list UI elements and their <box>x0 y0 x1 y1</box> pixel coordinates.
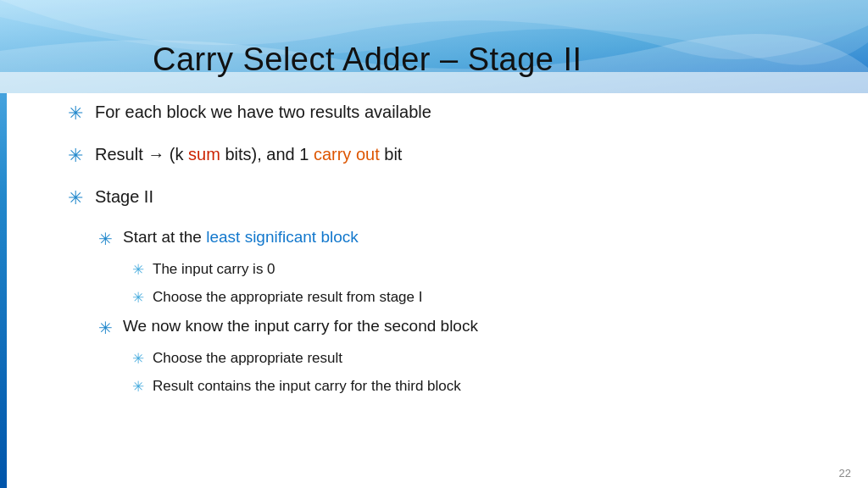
bullet-3-text: Stage II <box>95 185 153 208</box>
bullet-2-suffix: bit <box>380 145 403 164</box>
bullet-3-1-2: ✳ Choose the appropriate result from sta… <box>132 287 834 308</box>
bullet-3-2-2-star: ✳ <box>132 377 144 397</box>
bullet-3-star: ✳ <box>68 186 83 212</box>
bullet-3-1-2-text: Choose the appropriate result from stage… <box>153 287 422 308</box>
slide-title: Carry Select Adder – Stage II <box>153 42 582 78</box>
bullet-3-2-1-text: Choose the appropriate result <box>153 348 342 369</box>
bullet-3-2: ✳ We now know the input carry for the se… <box>98 315 834 340</box>
bullet-3-1-1-text: The input carry is 0 <box>153 259 275 280</box>
bullet-3-1-text: Start at the least significant block <box>123 226 359 249</box>
content-area: ✳ For each block we have two results ava… <box>68 100 834 463</box>
bullet-2-middle: bits), and 1 <box>220 145 314 164</box>
bullet-3: ✳ Stage II <box>68 185 834 212</box>
bullet-3-1-1-star: ✳ <box>132 260 144 280</box>
bullet-3-1-prefix: Start at the <box>123 228 206 246</box>
bullet-2-carry: carry out <box>314 145 380 164</box>
bullet-3-2-star: ✳ <box>98 316 113 340</box>
bullet-3-2-text: We now know the input carry for the seco… <box>123 315 478 338</box>
bullet-3-2-2: ✳ Result contains the input carry for th… <box>132 376 834 397</box>
bullet-1-text: For each block we have two results avail… <box>95 100 431 124</box>
bullet-2-text: Result → (k sum bits), and 1 carry out b… <box>95 142 402 166</box>
bullet-3-1-1: ✳ The input carry is 0 <box>132 259 834 280</box>
slide: Carry Select Adder – Stage II ✳ For each… <box>0 0 868 488</box>
bullet-3-1-star: ✳ <box>98 227 113 251</box>
bullet-2-sum: sum <box>188 145 220 164</box>
bullet-3-1: ✳ Start at the least significant block <box>98 226 834 251</box>
bullet-1: ✳ For each block we have two results ava… <box>68 100 834 127</box>
bullet-3-2-1-star: ✳ <box>132 349 144 369</box>
bullet-3-2-2-text: Result contains the input carry for the … <box>153 376 461 396</box>
bullet-1-star: ✳ <box>68 101 83 127</box>
bullet-2-star: ✳ <box>68 143 83 169</box>
header: Carry Select Adder – Stage II <box>0 0 868 93</box>
bullet-3-2-1: ✳ Choose the appropriate result <box>132 348 834 369</box>
bullet-2-prefix: Result → (k <box>95 145 188 164</box>
bullet-3-1-highlight: least significant block <box>206 228 359 246</box>
bullet-3-1-2-star: ✳ <box>132 288 144 308</box>
slide-number: 22 <box>839 467 851 480</box>
bullet-2: ✳ Result → (k sum bits), and 1 carry out… <box>68 142 834 169</box>
